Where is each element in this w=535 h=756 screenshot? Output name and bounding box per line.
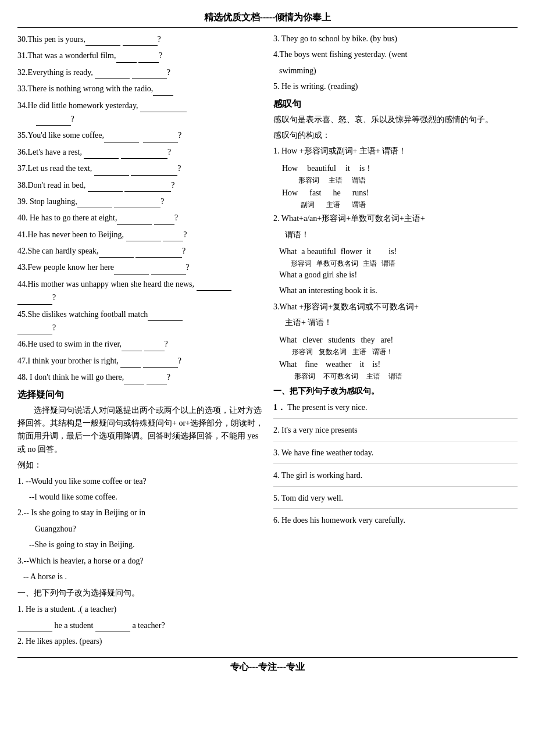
rule1-ex2-words: How fast he runs!: [282, 186, 518, 200]
rule1-ex1-words: How beautiful it is！: [282, 161, 518, 176]
rule2-ex1-words: What a beautiful flower it is!: [279, 244, 518, 259]
practice2-heading: 一、把下列句子改为感叹句。: [273, 385, 518, 398]
example-2-answer: --She is going to stay in Beijing.: [29, 539, 268, 551]
q32: 32.Everything is ready, ?: [17, 66, 268, 79]
q38: 38.Don't read in bed, ?: [17, 179, 268, 192]
q30: 30.This pen is yours, ?: [17, 33, 268, 46]
rule2-ex2: What a good girl she is!: [279, 269, 518, 281]
practice1-q1-blank: he a student a teacher?: [17, 619, 268, 632]
rule1-ex1-labels: 形容词 主语 谓语: [282, 176, 518, 186]
example-2-cont: Guangzhou?: [35, 523, 268, 536]
practice2-q2: 2. It's a very nice presents: [273, 423, 518, 441]
practice1-heading: 一、把下列句子改为选择疑问句。: [17, 587, 268, 600]
practice1-q1: 1. He is a student. .( a teacher): [17, 603, 268, 616]
q31: 31.That was a wonderful film, ?: [17, 49, 268, 62]
practice2-q3: 3. We have fine weather today.: [273, 446, 518, 464]
practice1-q2: 2. He likes apples. (pears): [17, 635, 268, 648]
rule3-example2: What fine weather it is! 形容词 不可数名词 主语 谓语: [279, 357, 518, 381]
rule2: 2. What+a/an+形容词+单数可数名词+主语+: [273, 212, 518, 225]
q37: 37.Let us read the text, ?: [17, 162, 268, 175]
q40: 40. He has to go there at eight, ?: [17, 211, 268, 224]
choice-question-intro: 选择疑问句说话人对问题提出两个或两个以上的选项，让对方选择回答。其结构是一般疑问…: [17, 404, 268, 457]
exclamation-intro2: 感叹句的构成：: [273, 129, 518, 142]
rule3-example1: What clever students they are! 形容词 复数名词 …: [279, 333, 518, 357]
rule2-cont: 谓语！: [285, 229, 518, 241]
practice2-q1: 1． The present is very nice.: [273, 401, 518, 419]
right-column: 3. They go to school by bike. (by bus) 4…: [273, 33, 518, 651]
example-1: 1. --Would you like some coffee or tea?: [17, 475, 268, 488]
q48: 48. I don't think he will go there, ?: [17, 370, 268, 384]
q39: 39. Stop laughing, ?: [17, 195, 268, 208]
practice2-q5: 5. Tom did very well.: [273, 491, 518, 509]
correction-4-cont: swimming): [279, 65, 518, 77]
rule3-ex2-words: What fine weather it is!: [279, 357, 518, 372]
example-3-answer: -- A horse is .: [23, 570, 268, 583]
exclamation-intro1: 感叹句是表示喜、怒、哀、乐以及惊异等强烈的感情的句子。: [273, 113, 518, 126]
rule3-ex1-words: What clever students they are!: [279, 333, 518, 347]
rule3: 3.What +形容词+复数名词或不可数名词+: [273, 301, 518, 313]
example-label: 例如：: [17, 459, 268, 472]
correction-5: 5. He is writing. (reading): [273, 80, 518, 93]
practice2-q6: 6. He does his homework very carefully.: [273, 513, 518, 527]
q42: 42.She can hardly speak, ?: [17, 244, 268, 258]
correction-4: 4.The boys went fishing yesterday. (went: [273, 48, 518, 61]
exclamation-heading: 感叹句: [273, 98, 518, 110]
q44: 44.His mother was unhappy when she heard…: [17, 277, 268, 305]
rule2-example1: What a beautiful flower it is! 形容词 单数可数名…: [279, 244, 518, 269]
rule1-ex2-labels: 副词 主语 谓语: [282, 200, 518, 210]
left-column: 30.This pen is yours, ? 31.That was a wo…: [17, 33, 268, 651]
practice2-q4: 4. The girl is working hard.: [273, 469, 518, 487]
example-2: 2.-- Is she going to stay in Beijing or …: [17, 507, 268, 519]
q46: 46.He used to swim in the river, ?: [17, 337, 268, 351]
q47: 47.I think your brother is right, ?: [17, 354, 268, 368]
example-1-answer: --I would like some coffee.: [29, 491, 268, 504]
q45: 45.She dislikes watching football match …: [17, 308, 268, 335]
rule3-ex2-labels: 形容词 不可数名词 主语 谓语: [279, 372, 518, 381]
rule2-ex1-labels: 形容词 单数可数名词 主语 谓语: [279, 259, 518, 269]
example-3: 3.--Which is heavier, a horse or a dog?: [17, 555, 268, 568]
choice-question-heading: 选择疑问句: [17, 389, 268, 401]
page-footer: 专心---专注---专业: [17, 657, 518, 673]
q34: 34.He did little homework yesterday, ?: [17, 99, 268, 126]
rule3-cont: 主语+ 谓语！: [285, 316, 518, 329]
q41: 41.He has never been to Beijing, ?: [17, 228, 268, 241]
rule1-example2: How fast he runs! 副词 主语 谓语: [282, 186, 518, 210]
rule2-ex3: What an interesting book it is.: [279, 284, 518, 297]
tag-questions-section: 30.This pen is yours, ? 31.That was a wo…: [17, 33, 268, 384]
q33: 33.There is nothing wrong with the radio…: [17, 82, 268, 95]
rule3-ex1-labels: 形容词 复数名词 主语 谓语！: [279, 347, 518, 357]
rule1-example1: How beautiful it is！ 形容词 主语 谓语: [282, 161, 518, 186]
q36: 36.Let's have a rest, ?: [17, 145, 268, 159]
correction-3: 3. They go to school by bike. (by bus): [273, 33, 518, 45]
q43: 43.Few people know her here ?: [17, 261, 268, 274]
page-title: 精选优质文档-----倾情为你奉上: [17, 12, 518, 28]
q35: 35.You'd like some coffee, ?: [17, 129, 268, 142]
rule1: 1. How +形容词或副词+ 主语+ 谓语！: [273, 145, 518, 158]
